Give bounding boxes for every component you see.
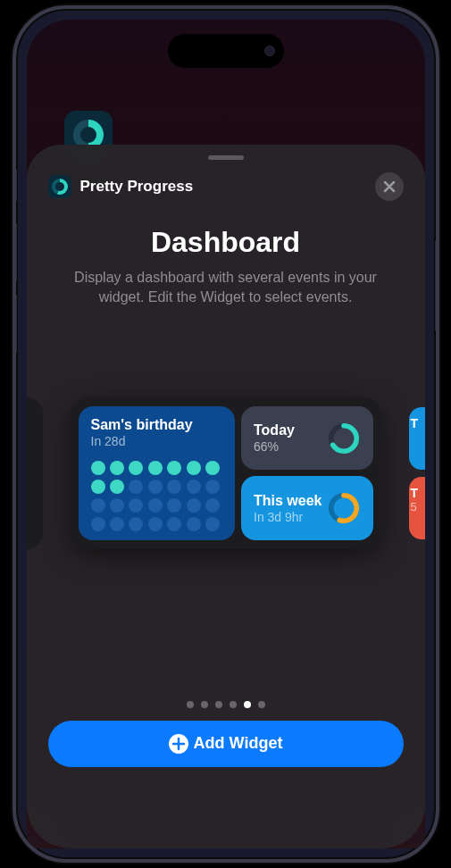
add-button-label: Add Widget: [194, 734, 283, 753]
progress-ring: [327, 491, 361, 525]
progress-dot: [205, 480, 220, 494]
progress-dot: [167, 461, 181, 475]
peek-text: T: [411, 486, 419, 500]
page-dot[interactable]: [215, 701, 222, 708]
progress-circle-icon: [52, 179, 68, 195]
peek-text: T: [411, 416, 419, 430]
progress-dot: [187, 480, 201, 494]
app-name: Pretty Progress: [80, 178, 375, 196]
progress-dot: [187, 517, 201, 531]
card-subtitle: 66%: [254, 439, 327, 454]
page-dot[interactable]: [244, 701, 251, 708]
progress-dot: [91, 498, 105, 513]
progress-dot: [129, 461, 143, 475]
week-card: This week In 3d 9hr: [241, 476, 373, 540]
progress-dot: [129, 498, 143, 513]
progress-dot: [167, 480, 181, 494]
right-column: Today 66%: [241, 406, 373, 540]
progress-dot: [91, 461, 105, 475]
progress-dot: [110, 498, 124, 513]
progress-dot: [205, 517, 220, 531]
progress-dot: [187, 498, 201, 513]
camera-dot: [264, 46, 275, 56]
progress-dots: [91, 461, 221, 531]
card-subtitle: In 3d 9hr: [254, 510, 327, 524]
peek-tile: T 5: [409, 477, 425, 539]
pagination-dots[interactable]: [27, 701, 425, 708]
prev-widget-peek[interactable]: [27, 397, 43, 549]
close-button[interactable]: [375, 172, 404, 201]
progress-dot: [91, 480, 105, 494]
page-dot[interactable]: [230, 701, 237, 708]
page-subtitle: Display a dashboard with several events …: [27, 268, 425, 308]
dynamic-island: [168, 34, 284, 68]
progress-dot: [129, 517, 143, 531]
next-widget-peek[interactable]: T T 5: [409, 357, 425, 589]
add-widget-button[interactable]: Add Widget: [48, 721, 404, 767]
widget-gallery-sheet: Pretty Progress Dashboard Display a dash…: [27, 145, 425, 848]
side-button: [14, 295, 17, 353]
progress-dot: [148, 498, 163, 513]
close-icon: [383, 180, 396, 193]
progress-dot: [91, 517, 105, 531]
page-title: Dashboard: [27, 226, 425, 259]
sheet-header: Pretty Progress: [27, 172, 425, 201]
peek-sub: 5: [411, 500, 419, 513]
page-dot[interactable]: [201, 701, 208, 708]
card-title: This week: [254, 493, 327, 509]
widget-carousel[interactable]: Sam's birthday In 28d Today 66%: [27, 388, 425, 558]
birthday-card: Sam's birthday In 28d: [79, 406, 236, 540]
today-card: Today 66%: [241, 406, 373, 471]
side-button: [435, 241, 438, 330]
progress-ring: [327, 421, 361, 455]
app-icon: [48, 175, 71, 198]
progress-dot: [148, 480, 163, 494]
plus-circle-icon: [169, 734, 188, 754]
progress-dot: [110, 461, 124, 475]
progress-dot: [110, 517, 124, 531]
card-title: Today: [254, 422, 327, 438]
progress-dot: [148, 517, 163, 531]
sheet-grabber[interactable]: [208, 155, 244, 160]
progress-dot: [148, 461, 163, 475]
page-dot[interactable]: [187, 701, 194, 708]
progress-dot: [129, 480, 143, 494]
progress-dot: [110, 480, 124, 494]
card-title: Sam's birthday: [91, 417, 223, 433]
progress-dot: [167, 498, 181, 513]
dashboard-widget-preview[interactable]: Sam's birthday In 28d Today 66%: [70, 397, 382, 549]
card-subtitle: In 28d: [91, 434, 223, 448]
progress-dot: [187, 461, 201, 475]
progress-dot: [205, 461, 220, 475]
progress-dot: [205, 498, 220, 513]
page-dot[interactable]: [258, 701, 265, 708]
progress-dot: [167, 517, 181, 531]
phone-frame: Pretty Progress Dashboard Display a dash…: [13, 5, 439, 863]
side-button: [14, 223, 17, 281]
side-button: [14, 170, 17, 201]
phone-screen: Pretty Progress Dashboard Display a dash…: [27, 20, 425, 848]
peek-tile: T: [409, 407, 425, 470]
